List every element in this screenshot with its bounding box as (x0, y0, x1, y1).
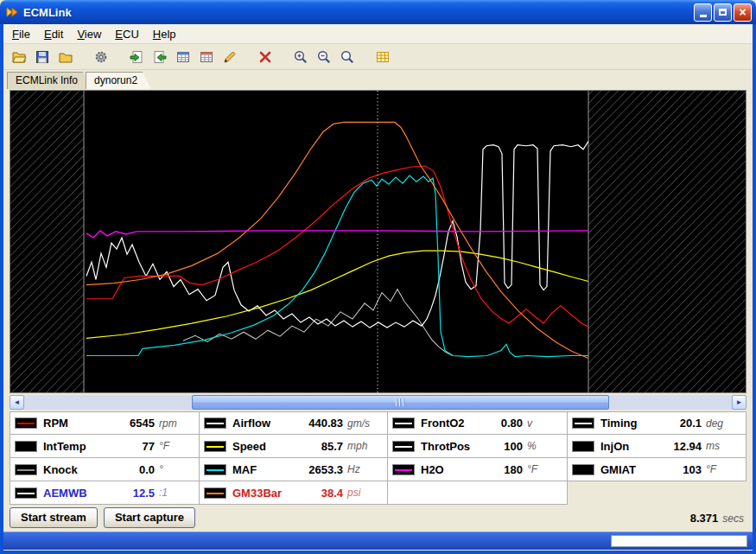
scroll-right-button[interactable]: ► (732, 395, 746, 410)
tab-ecmlink-info[interactable]: ECMLink Info (7, 72, 92, 89)
gauge-cell-empty (388, 481, 568, 505)
trace-color-swatch (392, 417, 415, 429)
gauge-grid: RPM6545rpmAirflow440.83gm/sFrontO20.80vT… (10, 411, 746, 505)
menu-file[interactable]: File (5, 25, 37, 43)
trace-color-swatch (15, 464, 37, 475)
gauge-value: 103 (683, 463, 702, 476)
gauge-cell-knock[interactable]: Knock0.0° (10, 458, 200, 481)
trace-color-swatch (392, 441, 415, 452)
zoom-out-button[interactable] (313, 46, 334, 67)
start-capture-button[interactable]: Start capture (104, 507, 195, 528)
screen: ECMLink × File Edit View ECU Help (0, 0, 756, 554)
export-button[interactable] (149, 46, 170, 67)
elapsed-unit: secs (722, 513, 744, 525)
minimize-button[interactable] (694, 3, 712, 22)
gauge-cell-gmiat[interactable]: GMIAT103°F (568, 458, 746, 481)
menu-ecu[interactable]: ECU (108, 25, 145, 43)
gauge-name: IntTemp (43, 440, 86, 453)
maximize-button[interactable] (714, 3, 732, 22)
gauge-cell-throtpos[interactable]: ThrotPos100% (388, 435, 568, 458)
zoom-fit-button[interactable] (336, 46, 358, 67)
toolbar-separator (113, 56, 124, 57)
gauge-value: 12.5 (133, 487, 155, 500)
import-button[interactable] (125, 46, 147, 67)
minimize-icon (700, 15, 707, 17)
gauge-unit: % (527, 440, 562, 452)
h-scrollbar[interactable]: ◄ ► (10, 395, 746, 410)
scroll-track[interactable] (24, 395, 732, 410)
gauge-unit: v (527, 417, 562, 430)
gauge-cell-speed[interactable]: Speed85.7mph (200, 435, 388, 458)
menu-edit[interactable]: Edit (37, 25, 70, 43)
gauge-value: 100 (504, 440, 523, 453)
gauge-value: 180 (504, 463, 523, 476)
gauge-value: 20.1 (680, 417, 702, 430)
gauge-cell-aemwb[interactable]: AEMWB12.5:1 (10, 481, 200, 505)
table-view-button[interactable] (172, 46, 194, 67)
gauge-name: FrontO2 (421, 417, 465, 430)
gauge-unit: psi (347, 487, 382, 499)
gauge-cell-h2o[interactable]: H2O180°F (388, 458, 568, 481)
gauge-cell-fronto2[interactable]: FrontO20.80v (388, 411, 568, 435)
delete-button[interactable] (254, 46, 276, 67)
elapsed-value: 8.371 (690, 512, 719, 525)
start-stream-button[interactable]: Start stream (10, 507, 98, 528)
gauge-cell-blank (568, 481, 746, 505)
gauge-name: Timing (600, 417, 637, 430)
window-controls: × (694, 3, 752, 22)
gauge-unit: Hz (347, 463, 382, 475)
menu-help[interactable]: Help (146, 25, 183, 43)
gauge-value: 38.4 (321, 487, 343, 500)
open-folder-icon (11, 49, 27, 65)
gauge-cell-airflow[interactable]: Airflow440.83gm/s (200, 411, 388, 435)
scroll-left-button[interactable]: ◄ (10, 395, 24, 410)
gauge-name: MAF (232, 463, 257, 476)
scroll-right-arrow-icon: ► (736, 398, 743, 406)
gauge-cell-maf[interactable]: MAF2653.3Hz (200, 458, 388, 481)
table-view-2-button[interactable] (195, 46, 217, 67)
save-button[interactable] (31, 46, 53, 67)
trace-color-swatch (204, 441, 226, 452)
trace-plot[interactable] (10, 91, 746, 392)
zoom-out-icon (316, 49, 332, 65)
gauge-name: Airflow (232, 417, 270, 430)
grid-view-button[interactable] (372, 46, 393, 67)
save-icon (35, 49, 50, 65)
edit-notes-button[interactable] (219, 46, 240, 67)
gauge-cell-injon[interactable]: InjOn12.94ms (568, 435, 746, 458)
gauge-cell-rpm[interactable]: RPM6545rpm (10, 411, 200, 435)
status-progress-box (611, 535, 747, 547)
trace-color-swatch (392, 464, 415, 475)
gauge-name: Speed (232, 440, 266, 453)
zoom-in-button[interactable] (289, 46, 311, 67)
gauge-cell-timing[interactable]: Timing20.1deg (568, 411, 746, 435)
action-row: Start stream Start capture 8.371 secs (3, 505, 753, 531)
toolbar (3, 44, 753, 70)
gauge-name: InjOn (600, 440, 629, 453)
tab-dynorun2[interactable]: dynorun2 (86, 72, 151, 89)
table-2-icon (199, 49, 214, 65)
close-icon: × (739, 6, 746, 18)
trace-color-swatch (204, 487, 226, 499)
gauge-value: 12.94 (673, 440, 702, 453)
device-settings-button[interactable] (90, 46, 111, 67)
window-title: ECMLink (23, 6, 694, 19)
folder-button[interactable] (54, 46, 76, 67)
toolbar-separator (359, 56, 370, 57)
trace-color-swatch (204, 417, 226, 429)
gauge-name: RPM (43, 417, 68, 430)
gauge-value: 0.80 (501, 417, 523, 430)
open-button[interactable] (8, 46, 29, 67)
gauge-unit: °F (706, 463, 740, 475)
close-button[interactable]: × (734, 3, 752, 22)
menu-view[interactable]: View (70, 25, 108, 43)
titlebar[interactable]: ECMLink × (0, 0, 756, 24)
gauge-cell-gm33bar[interactable]: GM33Bar38.4psi (200, 481, 388, 505)
gauge-name: H2O (421, 463, 444, 476)
gear-icon (93, 49, 109, 65)
maximize-icon (719, 9, 727, 16)
elapsed-time: 8.371 secs (690, 512, 744, 525)
scroll-thumb[interactable] (192, 395, 609, 410)
gauge-cell-inttemp[interactable]: IntTemp77°F (10, 435, 200, 458)
gauge-unit: ° (159, 463, 194, 475)
